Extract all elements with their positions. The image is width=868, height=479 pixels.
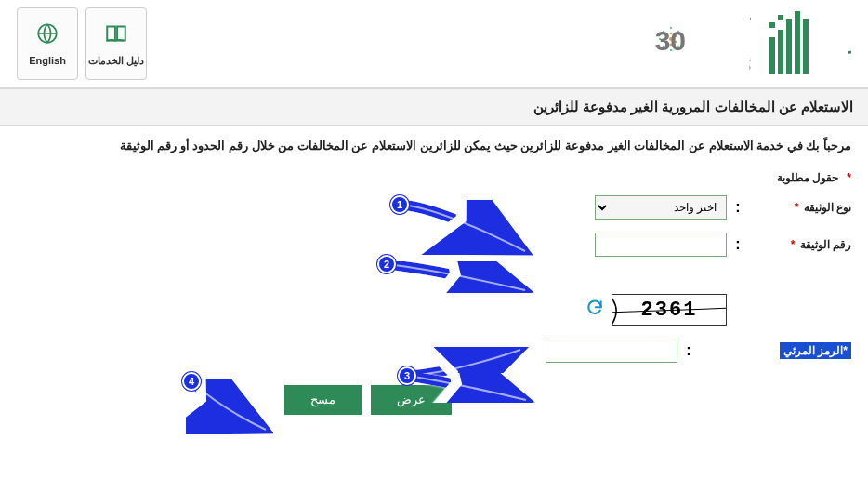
vision-2030-logo: رؤيـــة VISION 2 30 المملكة العربية السع…: [639, 7, 751, 76]
header-buttons: دليل الخدمات English: [17, 7, 147, 80]
required-fields-note: * حقول مطلوبة: [0, 166, 868, 190]
svg-rect-2: [786, 19, 792, 74]
form: نوع الوثيقة * : اختر واحد رقم الوثيقة * …: [0, 190, 868, 420]
english-label: English: [29, 55, 66, 66]
required-star: *: [795, 201, 799, 214]
doc-type-select[interactable]: اختر واحد: [595, 195, 727, 220]
visual-code-row: *الرمز المرئي :: [17, 339, 851, 363]
captcha-refresh-button[interactable]: [585, 299, 604, 321]
svg-text:30: 30: [655, 25, 686, 56]
absher-logo: أبشر: [769, 9, 851, 74]
captcha-image: 2361: [612, 294, 727, 326]
doc-number-label: رقم الوثيقة: [800, 238, 851, 251]
captcha-text: 2361: [641, 299, 698, 322]
services-guide-button[interactable]: دليل الخدمات: [85, 7, 147, 80]
annotation-badge-3: 3: [398, 366, 416, 385]
svg-text:VISION: VISION: [639, 11, 641, 22]
svg-rect-1: [778, 30, 783, 74]
svg-text:المملكة العربية السعودية: المملكة العربية السعودية: [749, 56, 751, 63]
required-star: *: [791, 238, 796, 251]
annotation-badge-1: 1: [390, 195, 409, 214]
button-row: عرض مسح: [17, 385, 452, 415]
services-guide-label: دليل الخدمات: [88, 55, 144, 67]
doc-type-row: نوع الوثيقة * : اختر واحد: [17, 195, 851, 220]
english-button[interactable]: English: [17, 7, 78, 80]
doc-number-label-wrap: رقم الوثيقة *: [749, 238, 851, 251]
svg-text:رؤيـــة: رؤيـــة: [749, 10, 751, 23]
annotation-badge-2: 2: [377, 255, 396, 273]
doc-type-label-wrap: نوع الوثيقة *: [749, 201, 851, 214]
book-icon: [104, 21, 128, 49]
svg-rect-6: [778, 15, 783, 20]
colon: :: [727, 236, 749, 253]
doc-number-row: رقم الوثيقة * :: [17, 233, 851, 257]
clear-button[interactable]: مسح: [284, 385, 362, 415]
colon: :: [727, 199, 749, 216]
required-star: *: [843, 344, 848, 357]
doc-type-label: نوع الوثيقة: [804, 201, 851, 214]
refresh-icon: [585, 299, 604, 317]
submit-button[interactable]: عرض: [371, 385, 452, 415]
captcha-row: 2361: [17, 294, 851, 326]
header: أبشر رؤيـــة VISION 2 30 المملكة العربية…: [0, 0, 868, 88]
intro-text: مرحباً بك في خدمة الاستعلام عن المخالفات…: [0, 126, 868, 166]
required-fields-label: حقول مطلوبة: [777, 171, 838, 184]
visual-code-label: الرمز المرئي: [783, 344, 843, 357]
required-star: *: [847, 171, 851, 184]
visual-code-input[interactable]: [546, 339, 677, 363]
absher-text: أبشر: [848, 27, 851, 54]
svg-rect-4: [803, 19, 809, 74]
svg-text:KINGDOM OF SAUDI ARABIA: KINGDOM OF SAUDI ARABIA: [749, 65, 751, 71]
annotation-badge-4: 4: [182, 372, 201, 391]
svg-rect-5: [769, 22, 775, 28]
svg-rect-3: [795, 11, 800, 74]
doc-number-input[interactable]: [595, 233, 727, 257]
header-logos: أبشر رؤيـــة VISION 2 30 المملكة العربية…: [639, 7, 851, 76]
visual-code-label-wrap: *الرمز المرئي: [780, 342, 851, 359]
colon: :: [677, 342, 700, 359]
page-title: الاستعلام عن المخالفات المرورية الغير مد…: [0, 88, 868, 126]
globe-icon: [35, 21, 59, 49]
svg-rect-0: [769, 37, 775, 74]
